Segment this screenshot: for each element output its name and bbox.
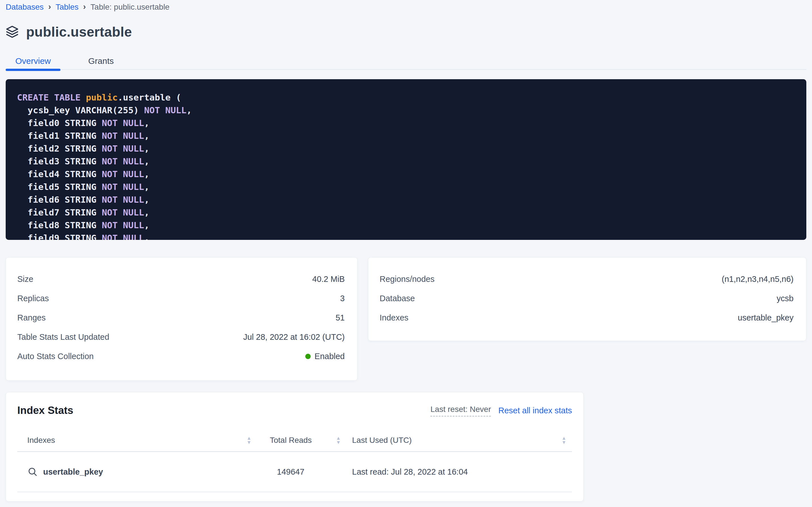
code-line: field1 STRING NOT NULL,: [17, 129, 795, 142]
code-line: ycsb_key VARCHAR(255) NOT NULL,: [17, 104, 795, 117]
code-line: field7 STRING NOT NULL,: [17, 206, 795, 219]
code-line: field0 STRING NOT NULL,: [17, 117, 795, 129]
stat-label: Table Stats Last Updated: [17, 332, 109, 342]
column-header-last-used-utc[interactable]: Last Used (UTC)▲▼: [352, 436, 566, 445]
page: Databases›Tables›Table: public.usertable…: [0, 0, 812, 502]
stat-value-text: Enabled: [315, 352, 345, 361]
index-table-header: Indexes▲▼Total Reads▲▼Last Used (UTC)▲▼: [17, 429, 572, 452]
stat-value: 51: [336, 313, 345, 323]
index-stats-actions: Last reset: Never Reset all index stats: [430, 405, 572, 416]
index-name: usertable_pkey: [43, 467, 103, 476]
create-statement-card: CREATE TABLE public.usertable ( ycsb_key…: [6, 79, 806, 240]
stat-value: Enabled: [305, 352, 345, 361]
breadcrumb: Databases›Tables›Table: public.usertable: [6, 2, 806, 12]
index-stats-header: Index Stats Last reset: Never Reset all …: [17, 403, 572, 418]
index-stats-card: Index Stats Last reset: Never Reset all …: [6, 392, 583, 502]
stat-value-text: ycsb: [776, 294, 794, 303]
stat-row: Ranges51: [17, 308, 345, 327]
breadcrumb-link-tables[interactable]: Tables: [56, 3, 79, 12]
stat-value-text: 51: [336, 313, 345, 323]
index-name-cell[interactable]: usertable_pkey: [27, 466, 251, 477]
stat-row: Regions/nodes(n1,n2,n3,n4,n5,n6): [380, 269, 794, 289]
stat-label: Database: [380, 294, 415, 303]
stat-value: Jul 28, 2022 at 16:02 (UTC): [243, 332, 345, 342]
stat-value-text: (n1,n2,n3,n4,n5,n6): [722, 275, 794, 284]
stat-value: ycsb: [776, 294, 794, 303]
table-row: usertable_pkey149647Last read: Jul 28, 2…: [17, 452, 572, 492]
table-layers-icon: [6, 25, 19, 38]
last-reset-label[interactable]: Last reset: Never: [430, 405, 491, 416]
table-stats-card: Size40.2 MiBReplicas3Ranges51Table Stats…: [6, 257, 358, 381]
overview-stats: Size40.2 MiBReplicas3Ranges51Table Stats…: [6, 257, 806, 381]
stat-label: Size: [17, 275, 33, 284]
sort-icon[interactable]: ▲▼: [561, 436, 566, 445]
column-header-total-reads[interactable]: Total Reads▲▼: [270, 436, 341, 445]
index-stats-title: Index Stats: [17, 404, 73, 416]
code-line: field4 STRING NOT NULL,: [17, 168, 795, 180]
page-title: public.usertable: [26, 24, 132, 40]
code-line: field3 STRING NOT NULL,: [17, 155, 795, 168]
stat-value-text: usertable_pkey: [738, 313, 794, 323]
stat-value-text: 40.2 MiB: [312, 275, 345, 284]
breadcrumb-separator-icon: ›: [48, 2, 51, 11]
tab-grants[interactable]: Grants: [79, 53, 123, 69]
page-header: public.usertable: [6, 23, 806, 41]
stat-label: Indexes: [380, 313, 409, 323]
stat-value: usertable_pkey: [738, 313, 794, 323]
breadcrumb-current: Table: public.usertable: [90, 3, 170, 12]
stat-value: 40.2 MiB: [312, 275, 345, 284]
stat-value-text: Jul 28, 2022 at 16:02 (UTC): [243, 332, 345, 342]
reset-index-stats-link[interactable]: Reset all index stats: [498, 406, 572, 415]
stat-row: Replicas3: [17, 289, 345, 308]
stat-label: Ranges: [17, 313, 46, 323]
database-stats-card: Regions/nodes(n1,n2,n3,n4,n5,n6)Database…: [368, 257, 806, 341]
stat-row: Indexesusertable_pkey: [380, 308, 794, 327]
stat-value: 3: [340, 294, 345, 303]
create-statement-code: CREATE TABLE public.usertable ( ycsb_key…: [17, 91, 795, 240]
stat-label: Replicas: [17, 294, 49, 303]
code-line: field6 STRING NOT NULL,: [17, 193, 795, 206]
status-dot-icon: [305, 354, 311, 359]
stat-row: Auto Stats CollectionEnabled: [17, 347, 345, 366]
stat-row: Table Stats Last UpdatedJul 28, 2022 at …: [17, 327, 345, 347]
search-icon: [27, 466, 38, 477]
code-line: field5 STRING NOT NULL,: [17, 180, 795, 193]
stat-value: (n1,n2,n3,n4,n5,n6): [722, 275, 794, 284]
code-line: CREATE TABLE public.usertable (: [17, 91, 795, 104]
sort-icon[interactable]: ▲▼: [247, 436, 251, 445]
last-used-cell: Last read: Jul 28, 2022 at 16:04: [352, 467, 566, 476]
sort-icon[interactable]: ▲▼: [336, 436, 341, 445]
stat-row: Databaseycsb: [380, 289, 794, 308]
stat-value-text: 3: [340, 294, 345, 303]
stat-label: Auto Stats Collection: [17, 352, 93, 361]
code-line: field8 STRING NOT NULL,: [17, 219, 795, 232]
tab-overview[interactable]: Overview: [6, 53, 60, 69]
total-reads-cell: 149647: [270, 467, 341, 476]
column-header-indexes[interactable]: Indexes▲▼: [27, 436, 251, 445]
breadcrumb-separator-icon: ›: [83, 2, 86, 11]
breadcrumb-link-databases[interactable]: Databases: [6, 3, 44, 12]
code-line: field2 STRING NOT NULL,: [17, 142, 795, 155]
stat-label: Regions/nodes: [380, 275, 434, 284]
code-line: field9 STRING NOT NULL,: [17, 232, 795, 240]
index-table-body: usertable_pkey149647Last read: Jul 28, 2…: [17, 452, 572, 492]
stat-row: Size40.2 MiB: [17, 269, 345, 289]
tabs: OverviewGrants: [6, 53, 806, 70]
